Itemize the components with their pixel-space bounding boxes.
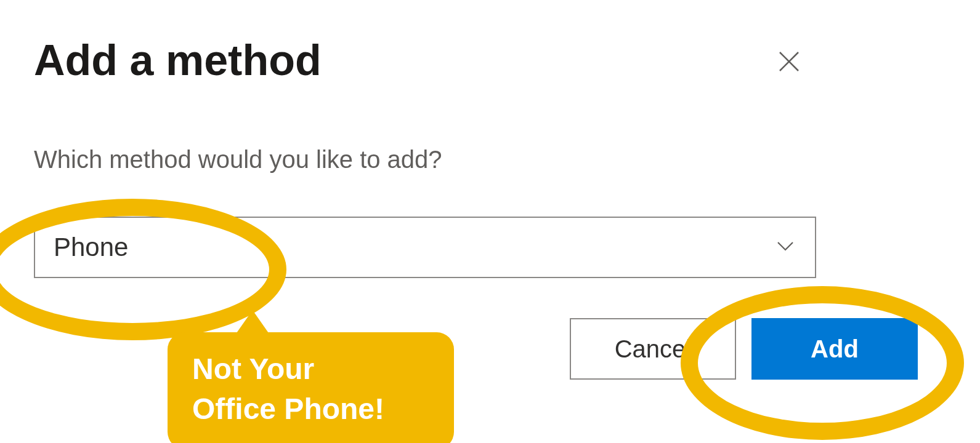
dialog-question: Which method would you like to add? (34, 146, 943, 174)
cancel-button[interactable]: Cancel (570, 318, 736, 380)
method-select[interactable]: Phone (34, 217, 816, 278)
annotation-callout-line1: Not Your (192, 349, 429, 389)
close-icon (777, 66, 801, 76)
close-button[interactable] (771, 43, 808, 82)
method-select-value: Phone (54, 233, 128, 262)
add-button[interactable]: Add (751, 318, 918, 380)
add-method-dialog: Add a method Which method would you like… (0, 0, 980, 380)
dialog-header: Add a method (34, 37, 943, 84)
method-select-wrap: Phone (34, 217, 943, 278)
annotation-callout: Not Your Office Phone! (168, 332, 454, 443)
dialog-buttons: Cancel Add (570, 318, 943, 380)
annotation-callout-line2: Office Phone! (192, 389, 429, 429)
chevron-down-icon (774, 235, 796, 260)
dialog-title: Add a method (34, 37, 322, 84)
